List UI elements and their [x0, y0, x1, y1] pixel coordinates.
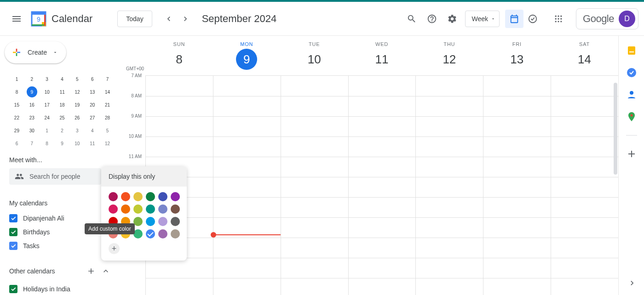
color-swatch[interactable] — [109, 204, 118, 214]
add-custom-color-button[interactable]: + — [109, 243, 120, 254]
day-column[interactable] — [483, 76, 551, 295]
color-swatch[interactable] — [133, 204, 143, 214]
mini-cal-day[interactable]: 17 — [40, 98, 55, 111]
mini-cal-day[interactable]: 5 — [100, 124, 115, 137]
get-addons-button[interactable] — [626, 148, 637, 159]
create-button[interactable]: Create — [5, 41, 66, 63]
mini-cal-day[interactable]: 16 — [24, 98, 40, 111]
mini-cal-day[interactable]: 21 — [100, 98, 115, 111]
mini-cal-day[interactable]: 11 — [85, 137, 100, 150]
calendar-checkbox[interactable] — [9, 285, 17, 293]
mini-cal-day[interactable]: 13 — [85, 85, 100, 98]
collapse-other-calendars-button[interactable] — [99, 265, 112, 278]
day-header[interactable]: WED11 — [348, 36, 416, 70]
tasks-mode-button[interactable] — [523, 10, 542, 28]
day-number[interactable]: 12 — [439, 49, 460, 70]
day-header[interactable]: SAT14 — [551, 36, 618, 70]
day-column[interactable] — [348, 76, 416, 295]
calendar-item[interactable]: Holidays in India — [9, 282, 115, 295]
view-selector[interactable]: Week — [465, 11, 500, 27]
color-swatch[interactable] — [158, 204, 167, 214]
mini-cal-day[interactable]: 5 — [69, 73, 85, 85]
mini-cal-day[interactable]: 27 — [85, 111, 100, 124]
hide-side-panel-button[interactable] — [627, 278, 637, 289]
calendar-checkbox[interactable] — [9, 228, 17, 236]
prev-period-button[interactable] — [161, 11, 176, 26]
mini-cal-day[interactable]: 2 — [55, 124, 70, 137]
search-people-input[interactable]: Search for people — [9, 168, 101, 185]
color-swatch[interactable] — [109, 192, 118, 201]
mini-cal-day[interactable]: 14 — [100, 85, 115, 98]
day-column[interactable] — [415, 76, 483, 295]
day-number[interactable]: 13 — [506, 49, 528, 70]
mini-cal-day[interactable]: 7 — [100, 73, 115, 85]
search-button[interactable] — [402, 10, 421, 28]
color-swatch[interactable] — [133, 192, 143, 201]
mini-cal-day[interactable]: 12 — [70, 85, 85, 98]
google-apps-button[interactable] — [549, 10, 568, 28]
day-number[interactable]: 9 — [236, 49, 257, 70]
mini-calendar[interactable]: 1234567891011121314151617181920212223242… — [9, 73, 115, 150]
mini-cal-day[interactable]: 20 — [85, 98, 100, 111]
mini-cal-day[interactable]: 1 — [9, 73, 24, 85]
main-menu-button[interactable] — [6, 8, 28, 30]
mini-cal-day[interactable]: 4 — [85, 124, 100, 137]
day-number[interactable]: 10 — [304, 49, 325, 70]
color-swatch[interactable] — [146, 217, 155, 226]
mini-cal-day[interactable]: 9 — [27, 86, 37, 97]
mini-cal-day[interactable]: 15 — [9, 98, 24, 111]
color-swatch[interactable] — [133, 229, 143, 238]
color-swatch[interactable] — [171, 217, 180, 226]
day-header[interactable]: TUE10 — [281, 36, 348, 70]
add-other-calendar-button[interactable] — [85, 265, 98, 278]
day-column[interactable] — [551, 76, 618, 295]
mini-cal-day[interactable]: 26 — [69, 111, 85, 124]
mini-cal-day[interactable]: 4 — [55, 73, 70, 85]
mini-cal-day[interactable]: 6 — [85, 73, 100, 85]
today-button[interactable]: Today — [117, 11, 152, 27]
calendar-mode-button[interactable] — [505, 10, 523, 28]
day-header[interactable]: FRI13 — [483, 36, 551, 70]
keep-addon-icon[interactable] — [626, 45, 637, 56]
color-swatch[interactable] — [158, 192, 167, 201]
mini-cal-day[interactable]: 23 — [24, 111, 40, 124]
color-swatch[interactable] — [171, 192, 180, 201]
mini-cal-day[interactable]: 10 — [69, 137, 85, 150]
mini-cal-day[interactable]: 10 — [40, 85, 55, 98]
day-number[interactable]: 11 — [371, 49, 392, 70]
day-column[interactable] — [213, 76, 281, 295]
color-swatch[interactable] — [146, 204, 155, 214]
color-swatch[interactable] — [171, 204, 180, 214]
maps-addon-icon[interactable] — [626, 111, 637, 122]
mini-cal-day[interactable]: 11 — [55, 85, 70, 98]
mini-cal-day[interactable]: 3 — [69, 124, 85, 137]
mini-cal-day[interactable]: 22 — [9, 111, 24, 124]
day-number[interactable]: 8 — [168, 49, 190, 70]
mini-cal-day[interactable]: 28 — [100, 111, 115, 124]
day-column[interactable] — [281, 76, 348, 295]
day-header[interactable]: THU12 — [415, 36, 483, 70]
mini-cal-day[interactable]: 9 — [55, 137, 70, 150]
calendar-checkbox[interactable] — [9, 242, 17, 250]
account-brand[interactable]: Google D — [576, 8, 638, 29]
display-this-only-button[interactable]: Display this only — [101, 166, 187, 187]
mini-cal-day[interactable]: 8 — [40, 137, 55, 150]
mini-cal-day[interactable]: 25 — [55, 111, 70, 124]
mini-cal-day[interactable]: 8 — [9, 85, 24, 98]
calendar-item[interactable]: Tasks — [9, 239, 115, 253]
tasks-addon-icon[interactable] — [626, 67, 637, 78]
color-swatch[interactable] — [121, 192, 130, 201]
color-swatch[interactable] — [146, 192, 155, 201]
settings-button[interactable] — [443, 10, 461, 28]
mini-cal-day[interactable]: 19 — [69, 98, 85, 111]
mini-cal-day[interactable]: 12 — [100, 137, 115, 150]
mini-cal-day[interactable]: 7 — [24, 137, 40, 150]
user-avatar[interactable]: D — [619, 11, 635, 27]
mini-cal-day[interactable]: 2 — [24, 73, 40, 85]
color-swatch[interactable] — [146, 229, 155, 238]
mini-cal-day[interactable]: 29 — [9, 124, 24, 137]
color-swatch[interactable] — [171, 229, 180, 238]
mini-cal-day[interactable]: 1 — [40, 124, 55, 137]
mini-cal-day[interactable]: 18 — [55, 98, 70, 111]
contacts-addon-icon[interactable] — [626, 89, 637, 100]
